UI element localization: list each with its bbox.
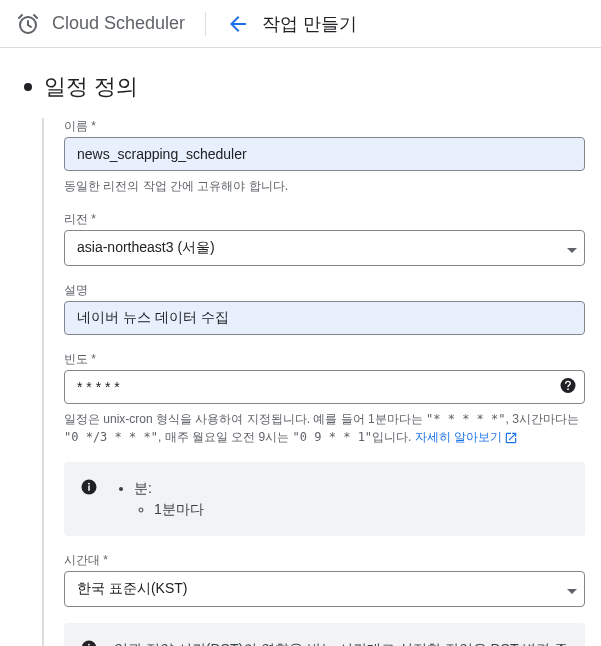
product-logo (16, 12, 40, 36)
dst-warning-content: 일광 절약 시간(DST)의 영향을 받는 시간대로 설정한 작업은 DST 변… (114, 639, 569, 646)
page-header: Cloud Scheduler 작업 만들기 (0, 0, 601, 48)
help-icon[interactable] (559, 377, 577, 398)
cron-preview-content: 분: 1분마다 (114, 478, 569, 520)
name-helper: 동일한 리전의 작업 간에 고유해야 합니다. (64, 177, 585, 195)
back-button[interactable] (226, 12, 250, 36)
timezone-field-group: 시간대 * 한국 표준시(KST) (64, 552, 585, 607)
description-input[interactable] (64, 301, 585, 335)
header-divider (205, 12, 206, 36)
timezone-label: 시간대 * (64, 552, 585, 569)
frequency-field-group: 빈도 * 일정은 unix-cron 형식을 사용하여 지정됩니다. 예를 들어… (64, 351, 585, 446)
page-title: 작업 만들기 (262, 12, 357, 36)
frequency-input[interactable] (64, 370, 585, 404)
section-header: 일정 정의 (16, 72, 585, 102)
cron-preview-box: 분: 1분마다 (64, 462, 585, 536)
frequency-helper: 일정은 unix-cron 형식을 사용하여 지정됩니다. 예를 들어 1분마다… (64, 410, 585, 446)
dst-warning-box: 일광 절약 시간(DST)의 영향을 받는 시간대로 설정한 작업은 DST 변… (64, 623, 585, 646)
info-icon (80, 639, 98, 646)
name-field-group: 이름 * 동일한 리전의 작업 간에 고유해야 합니다. (64, 118, 585, 195)
clock-icon (16, 12, 40, 36)
region-label: 리전 * (64, 211, 585, 228)
svg-point-5 (88, 483, 90, 485)
description-label: 설명 (64, 282, 585, 299)
svg-point-8 (88, 644, 90, 646)
frequency-learn-more-link[interactable]: 자세히 알아보기 (415, 430, 518, 444)
name-input[interactable] (64, 137, 585, 171)
section-title: 일정 정의 (44, 72, 138, 102)
main-content: 일정 정의 이름 * 동일한 리전의 작업 간에 고유해야 합니다. 리전 * … (0, 48, 601, 646)
arrow-left-icon (226, 12, 250, 36)
name-label: 이름 * (64, 118, 585, 135)
timezone-select[interactable]: 한국 표준시(KST) (64, 571, 585, 607)
external-link-icon (504, 431, 518, 445)
frequency-label: 빈도 * (64, 351, 585, 368)
region-field-group: 리전 * asia-northeast3 (서울) (64, 211, 585, 266)
description-field-group: 설명 (64, 282, 585, 335)
svg-point-2 (567, 389, 569, 391)
product-name: Cloud Scheduler (52, 13, 185, 34)
region-select[interactable]: asia-northeast3 (서울) (64, 230, 585, 266)
svg-rect-4 (88, 486, 90, 491)
info-icon (80, 478, 98, 520)
section-bullet (24, 83, 32, 91)
